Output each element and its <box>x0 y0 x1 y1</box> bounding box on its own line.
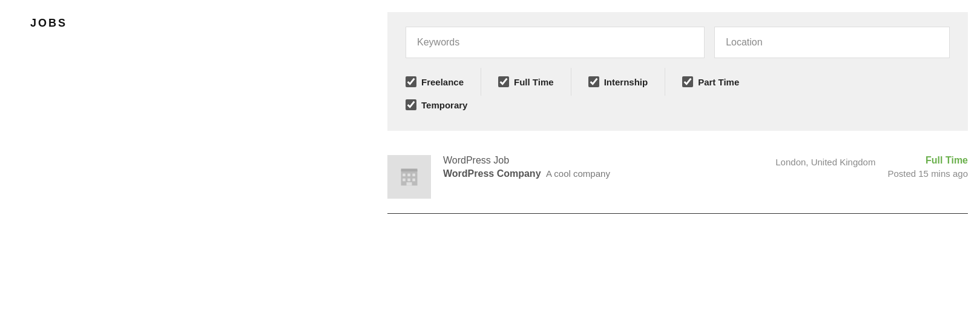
filter-fulltime-label: Full Time <box>514 77 554 87</box>
svg-rect-2 <box>407 174 410 177</box>
keywords-input[interactable] <box>406 27 705 58</box>
filter-parttime[interactable]: Part Time <box>682 68 756 96</box>
checkbox-temporary[interactable] <box>406 99 416 110</box>
building-icon <box>398 166 420 188</box>
svg-rect-6 <box>412 179 415 182</box>
job-meta: Full Time Posted 15 mins ago <box>887 155 968 179</box>
job-company: WordPress Company <box>443 168 541 179</box>
checkbox-internship[interactable] <box>588 76 599 87</box>
checkbox-fulltime[interactable] <box>498 76 509 87</box>
svg-rect-3 <box>412 174 415 177</box>
job-title: WordPress Job <box>443 155 763 166</box>
job-location: London, United Kingdom <box>775 155 875 170</box>
filter-internship[interactable]: Internship <box>588 68 666 96</box>
job-details: WordPress Job WordPress Company A cool c… <box>443 155 763 179</box>
location-input[interactable] <box>714 27 950 58</box>
filter-section: Freelance Full Time Internship Part Time <box>406 68 950 119</box>
page-title: JOBS <box>30 17 67 30</box>
svg-rect-8 <box>401 169 418 172</box>
filter-temporary[interactable]: Temporary <box>406 99 467 110</box>
search-section: Freelance Full Time Internship Part Time <box>387 12 968 131</box>
filter-parttime-label: Part Time <box>698 77 739 87</box>
filter-fulltime[interactable]: Full Time <box>498 68 571 96</box>
filter-freelance-label: Freelance <box>421 77 464 87</box>
filter-temporary-label: Temporary <box>421 100 467 110</box>
svg-rect-4 <box>403 179 406 182</box>
job-posted: Posted 15 mins ago <box>887 168 968 179</box>
filter-row-1: Freelance Full Time Internship Part Time <box>406 68 950 96</box>
filter-row-2: Temporary <box>406 96 467 119</box>
filter-freelance[interactable]: Freelance <box>406 68 481 96</box>
jobs-list: WordPress Job WordPress Company A cool c… <box>387 131 968 214</box>
job-logo <box>387 155 431 199</box>
filter-internship-label: Internship <box>604 77 648 87</box>
checkbox-freelance[interactable] <box>406 76 416 87</box>
job-description: A cool company <box>546 168 610 179</box>
svg-rect-7 <box>407 182 412 185</box>
table-row: WordPress Job WordPress Company A cool c… <box>387 145 968 214</box>
svg-rect-5 <box>407 179 410 182</box>
checkbox-parttime[interactable] <box>682 76 693 87</box>
svg-rect-1 <box>403 174 406 177</box>
search-inputs <box>406 27 950 58</box>
job-type-badge: Full Time <box>887 155 968 166</box>
main-content: Freelance Full Time Internship Part Time <box>387 12 968 214</box>
